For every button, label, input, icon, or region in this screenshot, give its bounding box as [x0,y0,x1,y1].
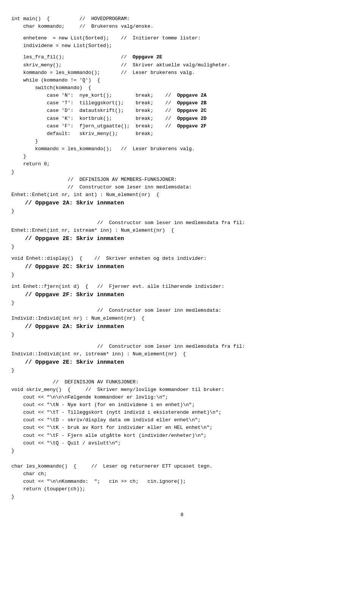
code-line [11,215,353,219]
code-line: case 'D': datautskrift(); break; // Oppg… [11,107,353,115]
code-line: case 'F': fjern_utgaatte(); break; // Op… [11,122,353,130]
code-line: case 'T': tilleggskort(); break; // Oppg… [11,99,353,107]
code-line [11,279,353,283]
code-line: } [11,271,353,279]
code-line: cout << "\tK - bruk av Kort for individe… [11,424,353,432]
code-line: kommando = les_kommando(); // Leser bruk… [11,69,353,77]
code-line: } [11,367,353,374]
code-line: // Oppgave 2C: Skriv innmaten [11,262,353,271]
code-line: char kommando; // Brukerens valg/ønske. [11,23,353,30]
code-line: cout << "\tD - skriv/display data om ind… [11,416,353,424]
code-line: // Constructor som leser inn medlemsdata… [11,307,353,314]
page-number-container: 8 [11,512,353,518]
code-line: } [11,168,353,176]
code-line: return 0; [11,160,353,168]
code-line: // Oppgave 2E: Skriv innmaten [11,234,353,243]
code-line: Enhet::Enhet(int nr, istream* inn) : Num… [11,227,353,234]
code-container: int main() { // HOVEDPROGRAM: char komma… [11,8,353,501]
code-line: } [11,299,353,307]
code-line: // Constructor som leser inn medlemsdata… [11,343,353,350]
code-line: cout << "\tT - Tilleggskort (nytt indivi… [11,409,353,416]
code-line: individene = new List(Sorted); [11,42,353,50]
code-line: int Enhet::fjern(int d) { // Fjerner evt… [11,283,353,290]
code-line: case 'K': kortbruk(); break; // Oppgave … [11,115,353,122]
code-line: Individ::Individ(int nr) : Num_element(n… [11,315,353,322]
code-line: switch(kommando) { [11,84,353,92]
code-line: cout << "\tN - Nye kort (for en individe… [11,401,353,409]
code-line: // Constructor som leser inn medlemsdata… [11,219,353,227]
code-line: } [11,243,353,251]
code-line [11,50,353,53]
code-line: default: skriv_meny(); break; [11,130,353,138]
code-line: // DEFINISJON AV MEMBERS-FUNKSJONER: [11,176,353,184]
code-line: char ch; [11,470,353,478]
code-line: } [11,493,353,501]
code-line: } [11,331,353,339]
code-line [11,374,353,378]
code-line: // Constructor som leser inn medlemsdata… [11,184,353,191]
code-line: } [11,447,353,455]
code-line: cout << "\n\nKommando: "; cin >> ch; cin… [11,478,353,485]
code-line: char les_kommando() { // Leser og return… [11,463,353,470]
code-line: case 'N': nye_kort(); break; // Oppgave … [11,92,353,99]
code-line: les_fra_fil(); // Oppgave 2E [11,53,353,61]
code-line [11,251,353,255]
code-line: } [11,153,353,160]
code-line: cout << "\tQ - Quit / avslutt\n"; [11,440,353,447]
code-line: void skriv_meny() { // Skriver meny/lovl… [11,386,353,394]
code-line: skriv_meny(); // Skriver aktuelle valg/m… [11,61,353,69]
code-line: kommando = les_kommando(); // Leser bruk… [11,145,353,153]
code-line: // Oppgave 2A: Skriv innmaten [11,199,353,207]
code-line: Enhet::Enhet(int nr, int ant) : Num_elem… [11,191,353,199]
code-line: // Oppgave 2F: Skriv innmaten [11,290,353,299]
code-line [11,339,353,342]
code-line: } [11,207,353,215]
code-line: cout << "\n\n\nFølgende kommandoer er lo… [11,394,353,401]
code-line: Individ::Individ(int nr, istream* inn) :… [11,350,353,358]
code-line [11,30,353,34]
code-line: enhetene = new List(Sorted); // Initiere… [11,35,353,42]
page-number: 8 [180,512,184,518]
code-line: // DEFINISJON AV FUNKSJONER: [11,378,353,386]
code-line [11,455,353,458]
code-line [11,458,353,462]
code-line: while (kommando != 'Q') { [11,77,353,84]
code-line: return (toupper(ch)); [11,485,353,493]
code-line: } [11,138,353,145]
code-line: int main() { // HOVEDPROGRAM: [11,15,353,23]
code-line: // Oppgave 2E: Skriv innmaten [11,358,353,367]
code-line: void Enhet::display() { // Skriver enhet… [11,255,353,262]
code-line: // Oppgave 2A: Skriv innmaten [11,322,353,331]
code-line: cout << "\tF - Fjern alle utgåtte kort (… [11,432,353,440]
